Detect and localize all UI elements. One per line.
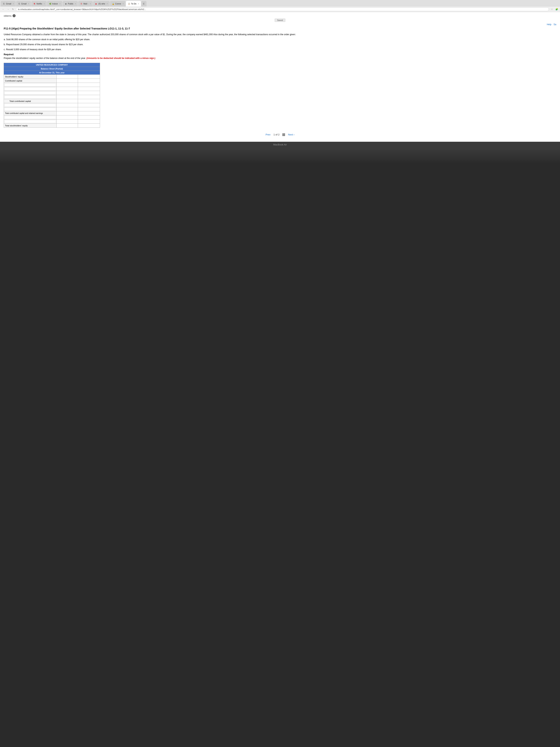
bookmark-button[interactable]: ☆ xyxy=(550,7,554,11)
close-tab-indoor[interactable]: × xyxy=(59,3,60,5)
input-label-4[interactable] xyxy=(4,95,57,99)
info-icon: i xyxy=(12,14,16,17)
total-stockholders-equity-label: Total stockholders' equity xyxy=(4,124,57,128)
total-contrib-retained-label: Total contributed capital and retained e… xyxy=(4,111,57,115)
input-val1-2[interactable] xyxy=(57,87,78,91)
tab-gmail1[interactable]: G Gmail × xyxy=(1,1,16,6)
total-contrib-retained-val2[interactable] xyxy=(78,111,100,115)
input-val2-5[interactable] xyxy=(78,103,100,107)
address-bar[interactable]: to.mheducation.com/ext/map/index.html?_c… xyxy=(16,7,549,11)
public-favicon: ■ xyxy=(64,2,67,5)
total-stockholders-equity-val2[interactable] xyxy=(78,124,100,128)
todo-favicon: 📋 xyxy=(128,2,130,5)
tab-gmail2[interactable]: G Gmail × xyxy=(16,1,31,6)
total-stockholders-equity-val1[interactable] xyxy=(57,124,78,128)
stockholders-equity-val1[interactable] xyxy=(57,75,78,79)
table-row xyxy=(4,115,100,120)
tab-indoor[interactable]: 🌿 Indoor × xyxy=(47,1,62,6)
input-val2-4[interactable] xyxy=(78,95,100,99)
company-name-header: UNITED RESOURCES COMPANY xyxy=(4,63,100,67)
page-count: 1 of 2 xyxy=(273,133,279,136)
breadcrumb: oblems xyxy=(4,15,11,17)
tab-conne[interactable]: 🔒 Conne × xyxy=(110,1,126,6)
stockholders-equity-label: Stockholders' equity: xyxy=(4,75,57,79)
netflix-favicon: N xyxy=(33,2,36,5)
tab-todo[interactable]: 📋 To Do × xyxy=(126,1,141,6)
tab-mail[interactable]: O Mail - × xyxy=(78,1,93,6)
input-val1-6[interactable] xyxy=(57,107,78,111)
refresh-button[interactable]: ↻ xyxy=(11,7,15,11)
total-contributed-capital-val2[interactable] xyxy=(78,99,100,103)
date-header: At December 31, This year xyxy=(4,71,100,75)
total-contributed-capital-label: Total contributed capital xyxy=(4,99,57,103)
input-val1-4[interactable] xyxy=(57,95,78,99)
input-val2-8[interactable] xyxy=(78,120,100,124)
5whe-favicon: ▶ xyxy=(95,2,98,5)
tab-other[interactable]: C xyxy=(141,1,146,6)
table-row xyxy=(4,83,100,87)
back-button[interactable]: ← xyxy=(1,7,5,11)
problem-title: P11-5 (Algo) Preparing the Stockholders'… xyxy=(4,27,556,31)
input-val1-8[interactable] xyxy=(57,120,78,124)
saved-badge: Saved xyxy=(4,18,556,22)
required-text: Prepare the stockholders' equity section… xyxy=(4,56,556,60)
input-val1-7[interactable] xyxy=(57,115,78,120)
balance-sheet-table: UNITED RESOURCES COMPANY Balance Sheet (… xyxy=(4,63,100,128)
table-row xyxy=(4,103,100,107)
total-contributed-capital-val1[interactable] xyxy=(57,99,78,103)
extensions-button[interactable]: 🧩 xyxy=(555,7,559,11)
table-row xyxy=(4,107,100,111)
input-label-7[interactable] xyxy=(4,115,57,120)
input-val1-5[interactable] xyxy=(57,103,78,107)
close-tab-gmail2[interactable]: × xyxy=(28,3,29,5)
close-tab-public[interactable]: × xyxy=(75,3,76,5)
required-label: Required: xyxy=(4,53,556,56)
transaction-a: a. Sold 86,000 shares of the common stoc… xyxy=(4,38,556,41)
input-val2-2[interactable] xyxy=(78,87,100,91)
forward-button[interactable]: → xyxy=(6,7,10,11)
contributed-capital-val2[interactable] xyxy=(78,79,100,83)
input-label-6[interactable] xyxy=(4,107,57,111)
input-label-1[interactable] xyxy=(4,83,57,87)
close-tab-conne[interactable]: × xyxy=(123,3,124,5)
input-val1-1[interactable] xyxy=(57,83,78,87)
input-label-5[interactable] xyxy=(4,103,57,107)
input-label-3[interactable] xyxy=(4,91,57,95)
gmail2-favicon: G xyxy=(18,2,21,5)
table-row xyxy=(4,95,100,99)
help-link[interactable]: Help xyxy=(547,23,552,26)
close-tab-gmail1[interactable]: × xyxy=(13,3,14,5)
input-val1-3[interactable] xyxy=(57,91,78,95)
close-tab-mail[interactable]: × xyxy=(90,3,91,5)
contributed-capital-val1[interactable] xyxy=(57,79,78,83)
tab-netflix[interactable]: N Netflix × xyxy=(31,1,47,6)
transaction-b: b. Repurchased 29,000 shares of the prev… xyxy=(4,43,556,46)
tab-public[interactable]: ■ Public × xyxy=(63,1,78,6)
input-val2-1[interactable] xyxy=(78,83,100,87)
prev-button[interactable]: Prev xyxy=(266,133,271,136)
mail-favicon: O xyxy=(80,2,83,5)
input-val2-7[interactable] xyxy=(78,115,100,120)
table-row: Contributed capital: xyxy=(4,79,100,83)
close-tab-netflix[interactable]: × xyxy=(44,3,45,5)
input-val2-6[interactable] xyxy=(78,107,100,111)
close-tab-5whe[interactable]: × xyxy=(107,3,108,5)
input-label-2[interactable] xyxy=(4,87,57,91)
table-row: Stockholders' equity: xyxy=(4,75,100,79)
table-row: Total stockholders' equity xyxy=(4,124,100,128)
table-row xyxy=(4,87,100,91)
stockholders-equity-val2[interactable] xyxy=(78,75,100,79)
required-note: (Amounts to be deducted should be indica… xyxy=(86,57,155,59)
input-val2-3[interactable] xyxy=(78,91,100,95)
close-tab-todo[interactable]: × xyxy=(138,3,139,5)
input-label-8[interactable] xyxy=(4,120,57,124)
tab-5whe[interactable]: ▶ (5) whe × xyxy=(93,1,110,6)
page-content: oblems i Saved Help Sa P11-5 (Algo) Prep… xyxy=(0,12,560,142)
table-row xyxy=(4,120,100,124)
indoor-favicon: 🌿 xyxy=(49,2,52,5)
next-button[interactable]: Next › xyxy=(288,133,294,136)
balance-sheet-container: UNITED RESOURCES COMPANY Balance Sheet (… xyxy=(4,63,100,128)
total-contrib-retained-val1[interactable] xyxy=(57,111,78,115)
save-link[interactable]: Sa xyxy=(554,23,556,26)
address-bar-row: ← → ↻ to.mheducation.com/ext/map/index.h… xyxy=(0,7,560,12)
